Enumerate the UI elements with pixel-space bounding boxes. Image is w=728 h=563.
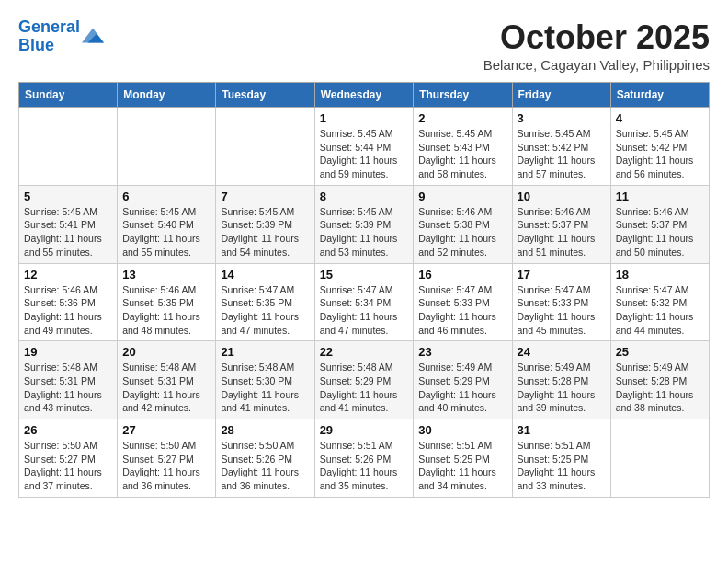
day-info: Sunrise: 5:50 AMSunset: 5:26 PMDaylight:… (221, 439, 309, 493)
calendar-cell: 31 Sunrise: 5:51 AMSunset: 5:25 PMDaylig… (512, 419, 610, 498)
calendar-week-row: 12 Sunrise: 5:46 AMSunset: 5:36 PMDaylig… (19, 263, 710, 341)
calendar-cell: 28 Sunrise: 5:50 AMSunset: 5:26 PMDaylig… (216, 419, 314, 498)
day-info: Sunrise: 5:49 AMSunset: 5:28 PMDaylight:… (616, 361, 704, 415)
calendar-cell: 4 Sunrise: 5:45 AMSunset: 5:42 PMDayligh… (610, 108, 709, 186)
calendar-cell: 7 Sunrise: 5:45 AMSunset: 5:39 PMDayligh… (216, 185, 314, 263)
day-info: Sunrise: 5:50 AMSunset: 5:27 PMDaylight:… (24, 439, 112, 493)
day-info: Sunrise: 5:48 AMSunset: 5:31 PMDaylight:… (24, 361, 112, 415)
calendar-cell: 23 Sunrise: 5:49 AMSunset: 5:29 PMDaylig… (414, 341, 512, 419)
day-info: Sunrise: 5:51 AMSunset: 5:25 PMDaylight:… (418, 439, 506, 493)
calendar-cell: 17 Sunrise: 5:47 AMSunset: 5:33 PMDaylig… (512, 263, 610, 341)
day-number: 12 (24, 268, 112, 282)
logo-text: General Blue (18, 18, 80, 55)
day-number: 7 (221, 190, 309, 203)
weekday-header: Tuesday (216, 83, 314, 108)
weekday-header: Sunday (19, 83, 118, 108)
calendar-cell: 9 Sunrise: 5:46 AMSunset: 5:38 PMDayligh… (414, 185, 512, 263)
calendar-cell (610, 419, 709, 498)
day-number: 6 (122, 190, 210, 203)
calendar-cell: 26 Sunrise: 5:50 AMSunset: 5:27 PMDaylig… (19, 419, 118, 498)
day-number: 25 (616, 345, 704, 359)
day-info: Sunrise: 5:45 AMSunset: 5:43 PMDaylight:… (418, 127, 506, 181)
day-number: 8 (320, 190, 409, 203)
calendar-week-row: 1 Sunrise: 5:45 AMSunset: 5:44 PMDayligh… (19, 108, 710, 186)
day-info: Sunrise: 5:46 AMSunset: 5:37 PMDaylight:… (616, 205, 704, 259)
calendar-cell: 8 Sunrise: 5:45 AMSunset: 5:39 PMDayligh… (314, 185, 414, 263)
page-header: General Blue October 2025 Belance, Cagay… (18, 18, 710, 73)
calendar-cell: 30 Sunrise: 5:51 AMSunset: 5:25 PMDaylig… (414, 419, 512, 498)
weekday-header: Saturday (610, 83, 709, 108)
calendar-cell: 29 Sunrise: 5:51 AMSunset: 5:26 PMDaylig… (314, 419, 414, 498)
day-number: 3 (518, 111, 606, 125)
calendar-week-row: 26 Sunrise: 5:50 AMSunset: 5:27 PMDaylig… (19, 419, 710, 498)
weekday-header: Friday (512, 83, 610, 108)
logo-icon (82, 28, 104, 46)
day-number: 5 (24, 190, 112, 203)
day-number: 17 (518, 268, 606, 282)
calendar-cell: 22 Sunrise: 5:48 AMSunset: 5:29 PMDaylig… (314, 341, 414, 419)
calendar-cell: 6 Sunrise: 5:45 AMSunset: 5:40 PMDayligh… (118, 185, 216, 263)
weekday-header: Wednesday (314, 83, 414, 108)
day-info: Sunrise: 5:47 AMSunset: 5:33 PMDaylight:… (518, 283, 606, 338)
calendar-cell: 27 Sunrise: 5:50 AMSunset: 5:27 PMDaylig… (118, 419, 216, 498)
day-number: 26 (24, 423, 112, 437)
logo-general: General (18, 17, 80, 36)
weekday-header: Monday (118, 83, 216, 108)
day-info: Sunrise: 5:48 AMSunset: 5:31 PMDaylight:… (122, 361, 210, 415)
day-number: 19 (24, 345, 112, 359)
calendar-cell: 19 Sunrise: 5:48 AMSunset: 5:31 PMDaylig… (19, 341, 118, 419)
calendar-cell: 3 Sunrise: 5:45 AMSunset: 5:42 PMDayligh… (512, 108, 610, 186)
day-number: 30 (418, 423, 506, 437)
month-title: October 2025 (483, 18, 710, 57)
day-info: Sunrise: 5:46 AMSunset: 5:38 PMDaylight:… (418, 205, 506, 259)
calendar-cell: 11 Sunrise: 5:46 AMSunset: 5:37 PMDaylig… (610, 185, 709, 263)
day-number: 10 (518, 190, 606, 203)
calendar-cell: 2 Sunrise: 5:45 AMSunset: 5:43 PMDayligh… (414, 108, 512, 186)
day-info: Sunrise: 5:46 AMSunset: 5:35 PMDaylight:… (122, 283, 210, 338)
day-info: Sunrise: 5:51 AMSunset: 5:25 PMDaylight:… (518, 439, 606, 493)
day-number: 16 (418, 268, 506, 282)
day-info: Sunrise: 5:47 AMSunset: 5:32 PMDaylight:… (616, 283, 704, 338)
calendar-cell: 16 Sunrise: 5:47 AMSunset: 5:33 PMDaylig… (414, 263, 512, 341)
calendar-cell: 20 Sunrise: 5:48 AMSunset: 5:31 PMDaylig… (118, 341, 216, 419)
day-number: 18 (616, 268, 704, 282)
calendar-cell: 25 Sunrise: 5:49 AMSunset: 5:28 PMDaylig… (610, 341, 709, 419)
day-number: 13 (122, 268, 210, 282)
day-number: 27 (122, 423, 210, 437)
weekday-header: Thursday (414, 83, 512, 108)
day-number: 21 (221, 345, 309, 359)
day-number: 15 (320, 268, 409, 282)
day-info: Sunrise: 5:51 AMSunset: 5:26 PMDaylight:… (320, 439, 409, 493)
day-info: Sunrise: 5:45 AMSunset: 5:39 PMDaylight:… (320, 205, 409, 259)
calendar-cell: 18 Sunrise: 5:47 AMSunset: 5:32 PMDaylig… (610, 263, 709, 341)
day-number: 2 (418, 111, 506, 125)
day-number: 22 (320, 345, 409, 359)
day-info: Sunrise: 5:47 AMSunset: 5:34 PMDaylight:… (320, 283, 409, 338)
day-number: 14 (221, 268, 309, 282)
day-info: Sunrise: 5:46 AMSunset: 5:36 PMDaylight:… (24, 283, 112, 338)
day-info: Sunrise: 5:49 AMSunset: 5:29 PMDaylight:… (418, 361, 506, 415)
calendar-cell: 24 Sunrise: 5:49 AMSunset: 5:28 PMDaylig… (512, 341, 610, 419)
day-info: Sunrise: 5:45 AMSunset: 5:44 PMDaylight:… (320, 127, 409, 181)
day-number: 29 (320, 423, 409, 437)
day-info: Sunrise: 5:49 AMSunset: 5:28 PMDaylight:… (518, 361, 606, 415)
calendar-cell (19, 108, 118, 186)
calendar-cell: 1 Sunrise: 5:45 AMSunset: 5:44 PMDayligh… (314, 108, 414, 186)
day-number: 4 (616, 111, 704, 125)
day-number: 24 (518, 345, 606, 359)
calendar-table: SundayMondayTuesdayWednesdayThursdayFrid… (18, 82, 710, 498)
logo-blue: Blue (18, 36, 54, 54)
day-info: Sunrise: 5:45 AMSunset: 5:40 PMDaylight:… (122, 205, 210, 259)
calendar-cell: 21 Sunrise: 5:48 AMSunset: 5:30 PMDaylig… (216, 341, 314, 419)
calendar-cell: 10 Sunrise: 5:46 AMSunset: 5:37 PMDaylig… (512, 185, 610, 263)
day-info: Sunrise: 5:45 AMSunset: 5:42 PMDaylight:… (518, 127, 606, 181)
calendar-cell: 12 Sunrise: 5:46 AMSunset: 5:36 PMDaylig… (19, 263, 118, 341)
day-info: Sunrise: 5:48 AMSunset: 5:29 PMDaylight:… (320, 361, 409, 415)
day-info: Sunrise: 5:45 AMSunset: 5:42 PMDaylight:… (616, 127, 704, 181)
day-number: 1 (320, 111, 409, 125)
day-number: 23 (418, 345, 506, 359)
day-number: 28 (221, 423, 309, 437)
title-block: October 2025 Belance, Cagayan Valley, Ph… (483, 18, 710, 73)
calendar-week-row: 5 Sunrise: 5:45 AMSunset: 5:41 PMDayligh… (19, 185, 710, 263)
day-info: Sunrise: 5:48 AMSunset: 5:30 PMDaylight:… (221, 361, 309, 415)
